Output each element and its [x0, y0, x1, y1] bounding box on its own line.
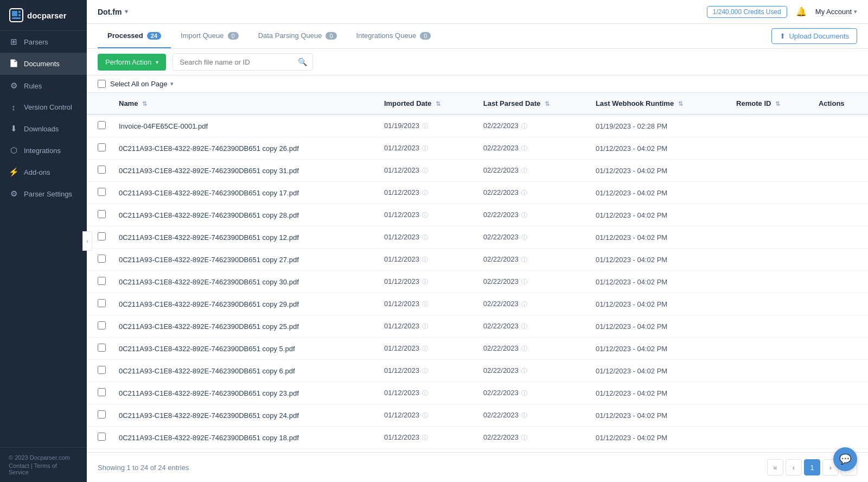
imported-date-info-icon-7[interactable]: ⓘ [422, 278, 428, 285]
last-parsed-info-icon-13[interactable]: ⓘ [521, 412, 527, 418]
tab-data-parsing-queue[interactable]: Data Parsing Queue 0 [248, 24, 347, 48]
imported-date-info-icon-14[interactable]: ⓘ [422, 434, 428, 441]
upload-icon: ⬆ [780, 32, 786, 40]
imported-date-info-icon-1[interactable]: ⓘ [422, 145, 428, 151]
row-checkbox-2[interactable] [98, 166, 106, 174]
row-filename-3[interactable]: 0C211A93-C1E8-4322-892E-7462390DB651 cop… [110, 182, 375, 204]
sidebar-item-parsers[interactable]: ⊞ Parsers [0, 31, 87, 53]
sidebar-item-version-control[interactable]: ↕ Version Control [0, 97, 87, 118]
upload-documents-button[interactable]: ⬆ Upload Documents [771, 28, 857, 44]
row-checkbox-5[interactable] [98, 232, 106, 240]
search-button[interactable]: 🔍 [292, 54, 312, 70]
row-filename-14[interactable]: 0C211A93-C1E8-4322-892E-7462390DB651 cop… [110, 427, 375, 449]
tab-integrations-queue[interactable]: Integrations Queue 0 [347, 24, 441, 48]
last-parsed-info-icon-5[interactable]: ⓘ [521, 234, 527, 240]
parser-selector[interactable]: Dot.fm ▾ [98, 8, 128, 16]
pagination-page-1[interactable]: 1 [804, 459, 820, 475]
imported-date-info-icon-2[interactable]: ⓘ [422, 167, 428, 174]
row-imported-date-14: 01/12/2023ⓘ [375, 427, 475, 449]
row-filename-5[interactable]: 0C211A93-C1E8-4322-892E-7462390DB651 cop… [110, 226, 375, 249]
col-last-parsed-date[interactable]: Last Parsed Date ⇅ [475, 93, 587, 115]
row-filename-13[interactable]: 0C211A93-C1E8-4322-892E-7462390DB651 cop… [110, 404, 375, 427]
last-parsed-info-icon-9[interactable]: ⓘ [521, 323, 527, 329]
row-checkbox-7[interactable] [98, 277, 106, 285]
imported-date-info-icon-11[interactable]: ⓘ [422, 367, 428, 374]
col-last-webhook-runtime[interactable]: Last Webhook Runtime ⇅ [587, 93, 727, 115]
last-parsed-info-icon-6[interactable]: ⓘ [521, 256, 527, 263]
imported-date-info-icon-3[interactable]: ⓘ [422, 189, 428, 196]
my-account-button[interactable]: My Account ▾ [815, 8, 857, 16]
row-filename-8[interactable]: 0C211A93-C1E8-4322-892E-7462390DB651 cop… [110, 293, 375, 315]
row-checkbox-8[interactable] [98, 299, 106, 307]
row-checkbox-3[interactable] [98, 188, 106, 196]
sidebar-item-rules[interactable]: ⚙ Rules [0, 75, 87, 97]
chat-bubble[interactable]: 💬 [833, 447, 857, 471]
col-imported-date[interactable]: Imported Date ⇅ [375, 93, 475, 115]
row-remote-id-1 [727, 137, 810, 160]
last-parsed-info-icon-11[interactable]: ⓘ [521, 367, 527, 374]
select-all-label[interactable]: Select All on Page ▾ [110, 80, 174, 88]
sidebar-item-integrations[interactable]: ⬡ Integrations [0, 139, 87, 161]
sidebar-item-parser-settings[interactable]: ⚙ Parser Settings [0, 183, 87, 205]
row-filename-0[interactable]: Invoice-04FE65CE-0001.pdf [110, 115, 375, 137]
contact-link[interactable]: Contact [9, 462, 29, 469]
row-filename-6[interactable]: 0C211A93-C1E8-4322-892E-7462390DB651 cop… [110, 249, 375, 271]
pagination-prev[interactable]: ‹ [786, 459, 802, 475]
sidebar-item-downloads[interactable]: ⬇ Downloads [0, 118, 87, 139]
row-checkbox-4[interactable] [98, 210, 106, 218]
row-webhook-runtime-1: 01/12/2023 - 04:02 PM [587, 137, 727, 160]
col-remote-id[interactable]: Remote ID ⇅ [727, 93, 810, 115]
last-parsed-info-icon-7[interactable]: ⓘ [521, 278, 527, 285]
imported-date-info-icon-13[interactable]: ⓘ [422, 412, 428, 418]
imported-date-info-icon-0[interactable]: ⓘ [422, 123, 428, 129]
imported-date-info-icon-4[interactable]: ⓘ [422, 212, 428, 218]
row-checkbox-12[interactable] [98, 388, 106, 396]
last-parsed-info-icon-0[interactable]: ⓘ [521, 123, 527, 129]
imported-date-info-icon-12[interactable]: ⓘ [422, 390, 428, 396]
pagination-first[interactable]: « [767, 459, 783, 475]
row-checkbox-6[interactable] [98, 255, 106, 263]
imported-date-info-icon-10[interactable]: ⓘ [422, 345, 428, 352]
last-parsed-info-icon-4[interactable]: ⓘ [521, 212, 527, 218]
last-parsed-info-icon-1[interactable]: ⓘ [521, 145, 527, 151]
row-checkbox-13[interactable] [98, 410, 106, 418]
row-checkbox-1[interactable] [98, 143, 106, 151]
tab-import-queue[interactable]: Import Queue 0 [171, 24, 248, 48]
sidebar-collapse-button[interactable]: ‹ [82, 231, 92, 251]
select-all-row: Select All on Page ▾ [87, 75, 868, 93]
perform-action-button[interactable]: Perform Action ▾ [98, 54, 166, 71]
select-all-checkbox[interactable] [98, 80, 106, 88]
search-input[interactable] [173, 54, 292, 70]
row-filename-2[interactable]: 0C211A93-C1E8-4322-892E-7462390DB651 cop… [110, 160, 375, 182]
row-filename-7[interactable]: 0C211A93-C1E8-4322-892E-7462390DB651 cop… [110, 271, 375, 293]
last-parsed-info-icon-12[interactable]: ⓘ [521, 390, 527, 396]
row-checkbox-10[interactable] [98, 344, 106, 352]
last-parsed-info-icon-10[interactable]: ⓘ [521, 345, 527, 352]
row-filename-9[interactable]: 0C211A93-C1E8-4322-892E-7462390DB651 cop… [110, 315, 375, 338]
row-checkbox-11[interactable] [98, 366, 106, 374]
imported-date-info-icon-6[interactable]: ⓘ [422, 256, 428, 263]
table-row: 0C211A93-C1E8-4322-892E-7462390DB651 cop… [87, 427, 868, 449]
last-parsed-info-icon-8[interactable]: ⓘ [521, 301, 527, 307]
row-filename-1[interactable]: 0C211A93-C1E8-4322-892E-7462390DB651 cop… [110, 137, 375, 160]
row-filename-12[interactable]: 0C211A93-C1E8-4322-892E-7462390DB651 cop… [110, 382, 375, 404]
row-checkbox-9[interactable] [98, 321, 106, 329]
row-webhook-runtime-13: 01/12/2023 - 04:02 PM [587, 404, 727, 427]
imported-date-info-icon-8[interactable]: ⓘ [422, 301, 428, 307]
bell-icon[interactable]: 🔔 [796, 7, 807, 17]
sidebar-item-add-ons[interactable]: ⚡ Add-ons [0, 161, 87, 183]
table-row: 0C211A93-C1E8-4322-892E-7462390DB651 cop… [87, 226, 868, 249]
tab-processed[interactable]: Processed 24 [98, 24, 171, 48]
row-filename-11[interactable]: 0C211A93-C1E8-4322-892E-7462390DB651 cop… [110, 360, 375, 382]
last-parsed-info-icon-2[interactable]: ⓘ [521, 167, 527, 174]
last-parsed-info-icon-3[interactable]: ⓘ [521, 189, 527, 196]
row-filename-4[interactable]: 0C211A93-C1E8-4322-892E-7462390DB651 cop… [110, 204, 375, 226]
col-name[interactable]: Name ⇅ [110, 93, 375, 115]
imported-date-info-icon-5[interactable]: ⓘ [422, 234, 428, 240]
row-checkbox-0[interactable] [98, 121, 106, 129]
row-checkbox-14[interactable] [98, 433, 106, 441]
last-parsed-info-icon-14[interactable]: ⓘ [521, 434, 527, 441]
sidebar-item-documents[interactable]: Documents [0, 53, 87, 75]
row-filename-10[interactable]: 0C211A93-C1E8-4322-892E-7462390DB651 cop… [110, 338, 375, 360]
imported-date-info-icon-9[interactable]: ⓘ [422, 323, 428, 329]
